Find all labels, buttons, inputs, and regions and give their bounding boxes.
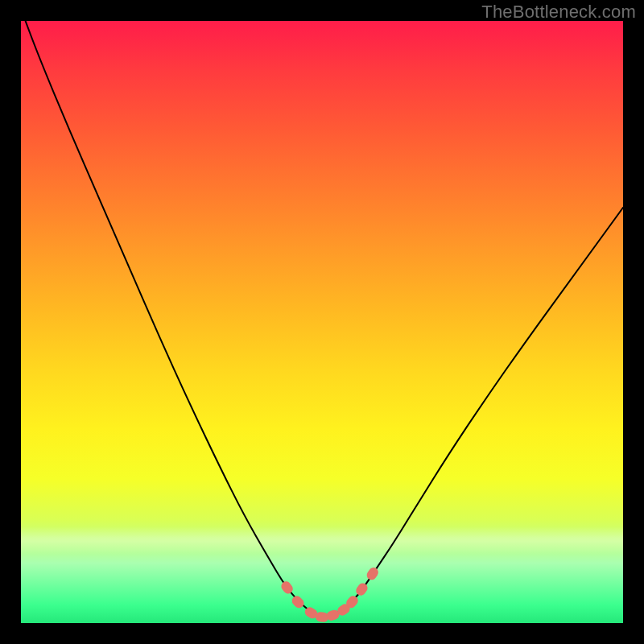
valley-markers — [279, 566, 380, 623]
chart-frame: TheBottleneck.com — [0, 0, 644, 644]
plot-area — [21, 21, 623, 623]
bottleneck-curve — [21, 21, 623, 617]
watermark-text: TheBottleneck.com — [481, 2, 636, 23]
valley-marker — [365, 566, 380, 582]
chart-svg — [21, 21, 623, 623]
valley-marker — [290, 594, 306, 610]
